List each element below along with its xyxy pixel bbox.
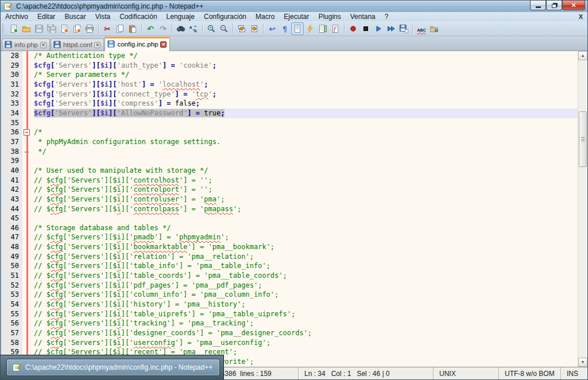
code-line-36[interactable]: /* [34,127,578,137]
tab-close-icon[interactable]: ✕ [40,42,47,48]
show-all-characters-button[interactable]: ¶ [278,22,291,35]
code-line-34[interactable]: $cfg['Servers'][$i]['AllowNoPassword'] =… [34,108,578,118]
macro-save-button[interactable] [397,22,410,35]
spell-check-button[interactable]: ABC [415,22,428,35]
macro-stop-button[interactable] [359,22,372,35]
explorer-button[interactable] [428,22,440,35]
line-number: 40 [2,166,22,176]
tab-info-php[interactable]: info.php✕ [2,38,50,51]
code-line-57[interactable]: // $cfg['Servers'][$i]['designer_coords'… [34,328,578,338]
code-area[interactable]: /* Authentication type */$cfg['Servers']… [34,51,578,367]
redo-button[interactable]: ↷ [157,22,169,35]
macro-run-multiple-button[interactable] [385,22,397,35]
new-file-button[interactable] [7,22,20,35]
replace-button[interactable]: ab [187,22,200,35]
show-indent-guide-button[interactable] [291,22,304,35]
cut-button[interactable]: ✂ [101,22,114,35]
code-line-29[interactable]: $cfg['Servers'][$i]['auth_type'] = 'cook… [34,61,578,71]
code-line-52[interactable]: // $cfg['Servers'][$i]['pdf_pages'] = 'p… [34,281,578,290]
code-line-48[interactable]: // $cfg['Servers'][$i]['bookmarktable'] … [34,242,578,252]
toolbar-grip[interactable] [2,24,5,34]
code-line-37[interactable]: * phpMyAdmin configuration storage setti… [34,137,578,147]
sync-horizontal-scroll-button[interactable] [248,22,261,35]
code-line-41[interactable]: // $cfg['Servers'][$i]['controlhost'] = … [34,176,578,185]
code-line-33[interactable]: $cfg['Servers'][$i]['compress'] = false; [34,99,578,108]
close-document-icon[interactable]: X [579,12,583,21]
tab-httpd-conf[interactable]: httpd.conf✕ [51,38,105,51]
code-line-43[interactable]: // $cfg['Servers'][$i]['controluser'] = … [34,195,578,204]
code-line-53[interactable]: // $cfg['Servers'][$i]['column_info'] = … [34,290,578,300]
code-line-49[interactable]: // $cfg['Servers'][$i]['relation'] = 'pm… [34,252,578,262]
menu-item-editar[interactable]: Editar [33,12,60,21]
code-line-38[interactable]: */ [34,147,578,157]
paste-button[interactable] [126,22,139,35]
code-line-32[interactable]: $cfg['Servers'][$i]['connect_type'] = 't… [34,90,578,99]
menu-item-buscar[interactable]: Buscar [60,12,90,21]
close-button[interactable]: ✕ [562,1,585,10]
find-button[interactable] [175,22,187,35]
code-line-56[interactable]: // $cfg['Servers'][$i]['tracking'] = 'pm… [34,319,578,328]
code-line-42[interactable]: // $cfg['Servers'][$i]['controlport'] = … [34,185,578,195]
code-line-47[interactable]: // $cfg['Servers'][$i]['pmadb'] = 'phpmy… [34,232,578,242]
menu-item-ventana[interactable]: Ventana [346,12,380,21]
menu-item-help[interactable]: ? [380,12,393,21]
code-line-54[interactable]: // $cfg['Servers'][$i]['history'] = 'pma… [34,300,578,309]
code-line-51[interactable]: // $cfg['Servers'][$i]['table_coords'] =… [34,271,578,281]
print-button[interactable] [83,22,96,35]
menu-item-ejecutar[interactable]: Ejecutar [279,12,314,21]
scroll-up-button[interactable]: ▲ [578,51,587,60]
zoom-in-button[interactable]: + [205,22,218,35]
scroll-down-button[interactable]: ▼ [578,358,587,367]
document-map-button[interactable] [316,22,329,35]
line-number: 52 [2,281,22,290]
code-line-31[interactable]: $cfg['Servers'][$i]['host'] = 'localhost… [34,80,578,90]
macro-record-button[interactable] [347,22,359,35]
code-line-35[interactable] [34,118,578,128]
code-line-44[interactable]: // $cfg['Servers'][$i]['controlpass'] = … [34,204,578,214]
notepad-plus-plus-icon [3,2,13,11]
code-line-39[interactable] [34,156,578,166]
menu-item-lenguaje[interactable]: Lenguaje [162,12,199,21]
tab-close-icon[interactable]: ✕ [94,42,100,48]
code-line-55[interactable]: // $cfg['Servers'][$i]['table_uiprefs'] … [34,309,578,319]
toolbar-separator [233,24,233,34]
menu-item-configuracion[interactable]: Configuración [199,12,251,21]
taskbar-peek-item[interactable]: C:\apache22\htdocs\phpmyadmin\config.inc… [7,359,219,375]
tab-close-icon[interactable]: ✕ [160,41,167,48]
word-wrap-button[interactable]: ↩ [266,22,278,35]
undo-button[interactable]: ↶ [144,22,157,35]
redo-icon: ↷ [160,24,167,34]
vertical-scrollbar[interactable]: ▲ ▼ [578,51,587,367]
function-completion-button[interactable] [304,22,316,35]
copy-button[interactable] [114,22,126,35]
line-number: 55 [2,309,22,319]
menu-item-codificacion[interactable]: Codificación [115,12,161,21]
code-line-40[interactable]: /* User used to manipulate with storage … [34,166,578,176]
scrollbar-thumb[interactable] [579,111,587,167]
fold-collapse-icon[interactable] [24,129,30,135]
code-line-45[interactable] [34,214,578,223]
code-line-30[interactable]: /* Server parameters */ [34,70,578,80]
function-list-button[interactable]: f [329,22,342,35]
menu-item-archivo[interactable]: Archivo [1,12,33,21]
save-button[interactable] [33,22,45,35]
tab-config-inc-php[interactable]: config.inc.php✕ [105,37,170,51]
minimize-button[interactable] [530,1,546,10]
code-line-58[interactable]: // $cfg['Servers'][$i]['userconfig'] = '… [34,338,578,348]
restore-button[interactable] [546,1,562,10]
close-button[interactable] [58,22,71,35]
code-line-28[interactable]: /* Authentication type */ [34,51,578,61]
save-all-button[interactable] [45,22,58,35]
open-file-button[interactable] [20,22,33,35]
sync-vertical-scroll-button[interactable] [235,22,248,35]
menu-item-macro[interactable]: Macro [251,12,279,21]
close-all-button[interactable] [71,22,83,35]
copy-icon [115,24,125,33]
code-line-46[interactable]: /* Storage database and tables */ [34,223,578,233]
svg-text:a: a [189,25,192,30]
code-line-50[interactable]: // $cfg['Servers'][$i]['table_info'] = '… [34,261,578,271]
menu-item-vista[interactable]: Vista [91,12,115,21]
macro-play-button[interactable] [372,22,385,35]
menu-item-plugins[interactable]: Plugins [314,12,345,21]
zoom-out-button[interactable]: − [218,22,230,35]
